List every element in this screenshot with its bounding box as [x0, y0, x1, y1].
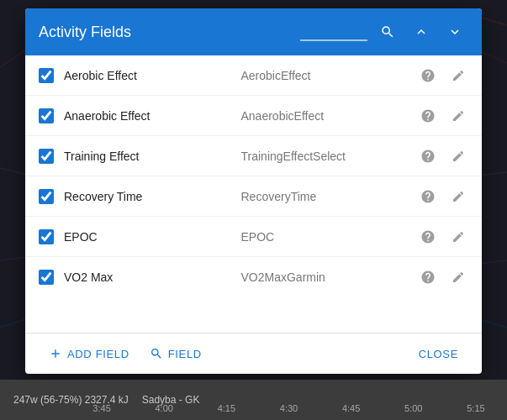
close-button[interactable]: CLOSE	[409, 341, 468, 367]
aerobic-effect-name: Aerobic Effect	[64, 69, 231, 82]
epoc-edit-icon[interactable]	[448, 227, 468, 247]
anaerobic-effect-name: Anaerobic Effect	[64, 109, 231, 123]
vo2max-name: VO2 Max	[64, 270, 231, 284]
recovery-time-checkbox[interactable]	[39, 189, 54, 204]
epoc-key: EPOC	[241, 230, 409, 244]
table-row: Training Effect TrainingEffectSelect	[25, 136, 482, 176]
time-label-1: 3:45	[92, 403, 110, 413]
recovery-time-help-icon[interactable]	[418, 186, 438, 207]
close-label: CLOSE	[419, 348, 458, 360]
search-icon	[380, 24, 395, 39]
dialog-header: Activity Fields	[25, 8, 482, 55]
aerobic-effect-help-icon[interactable]	[418, 66, 438, 86]
status-bar: 247w (56-75%) 2327.4 kJ Sadyba - GK 3:45…	[0, 380, 507, 420]
time-label-4: 4:30	[280, 403, 298, 413]
field-label: FIELD	[168, 348, 202, 360]
add-field-button[interactable]: ADD FIELD	[39, 340, 140, 367]
aerobic-effect-checkbox[interactable]	[39, 68, 54, 83]
fields-list: Aerobic Effect AerobicEffect Anaerobic E…	[25, 55, 482, 333]
time-label-2: 4:00	[156, 403, 173, 413]
add-field-label: ADD FIELD	[67, 348, 129, 360]
epoc-help-icon[interactable]	[418, 227, 438, 247]
training-effect-edit-icon[interactable]	[448, 146, 468, 166]
epoc-name: EPOC	[64, 230, 231, 244]
time-label-7: 5:15	[467, 403, 484, 413]
chevron-down-icon	[447, 24, 462, 39]
table-row: Aerobic Effect AerobicEffect	[25, 55, 482, 96]
chevron-up-button[interactable]	[408, 18, 435, 45]
chevron-up-icon	[414, 24, 429, 39]
anaerobic-effect-checkbox[interactable]	[39, 108, 54, 123]
time-label-6: 5:00	[404, 403, 422, 413]
table-row: VO2 Max VO2MaxGarmin	[25, 257, 482, 297]
table-row: Recovery Time RecoveryTime	[25, 176, 482, 217]
aerobic-effect-edit-icon[interactable]	[448, 66, 468, 86]
chevron-down-button[interactable]	[441, 18, 468, 45]
training-effect-key: TrainingEffectSelect	[241, 150, 409, 163]
vo2max-key: VO2MaxGarmin	[241, 270, 409, 284]
time-labels: 3:45 4:00 4:15 4:30 4:45 5:00 5:15	[84, 403, 494, 413]
anaerobic-effect-help-icon[interactable]	[418, 106, 438, 126]
recovery-time-edit-icon[interactable]	[448, 186, 468, 207]
search-button[interactable]	[374, 18, 401, 45]
recovery-time-key: RecoveryTime	[241, 190, 409, 203]
epoc-checkbox[interactable]	[39, 229, 54, 244]
search-icon	[150, 347, 163, 360]
add-icon	[49, 347, 62, 360]
anaerobic-effect-edit-icon[interactable]	[448, 106, 468, 126]
vo2max-checkbox[interactable]	[39, 270, 54, 285]
aerobic-effect-key: AerobicEffect	[241, 69, 409, 82]
table-row: Anaerobic Effect AnaerobicEffect	[25, 96, 482, 136]
vo2max-edit-icon[interactable]	[448, 267, 468, 287]
training-effect-help-icon[interactable]	[418, 146, 438, 166]
training-effect-name: Training Effect	[64, 150, 231, 163]
time-label-3: 4:15	[218, 403, 235, 413]
field-button[interactable]: FIELD	[140, 340, 212, 367]
dialog-title: Activity Fields	[39, 24, 293, 41]
vo2max-help-icon[interactable]	[418, 267, 438, 287]
table-row: EPOC EPOC	[25, 217, 482, 257]
time-label-5: 4:45	[342, 403, 360, 413]
recovery-time-name: Recovery Time	[64, 190, 231, 203]
dialog-footer: ADD FIELD FIELD CLOSE	[25, 333, 482, 374]
training-effect-checkbox[interactable]	[39, 149, 54, 164]
activity-fields-dialog: Activity Fields Aerobic Effect AerobicEf…	[25, 8, 482, 374]
anaerobic-effect-key: AnaerobicEffect	[241, 109, 409, 123]
search-input[interactable]	[300, 23, 367, 41]
